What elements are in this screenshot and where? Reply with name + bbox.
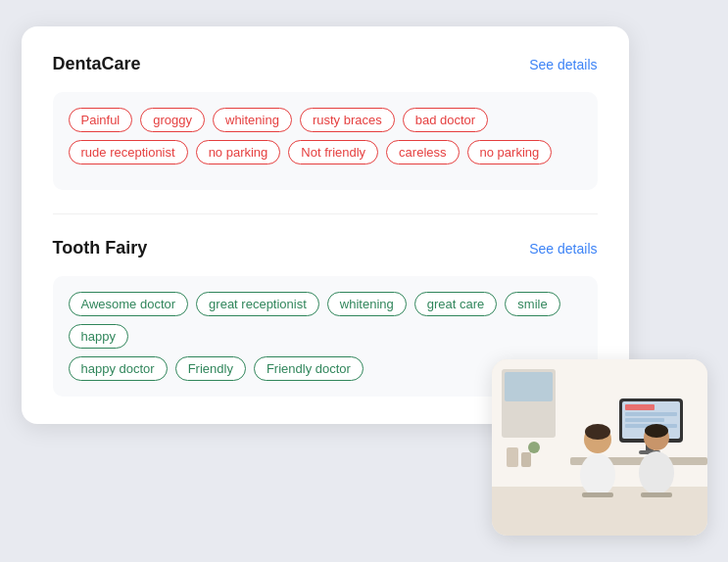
svg-rect-7 [625,404,655,410]
svg-point-14 [580,453,615,496]
see-details-toothfairy[interactable]: See details [529,241,597,257]
tag-dentacare-1-3: careless [386,140,459,164]
tag-dentacare-0-4: bad doctor [403,108,488,132]
tag-dentacare-1-2: Not friendly [288,140,378,164]
svg-rect-22 [507,447,518,467]
tag-dentacare-0-1: groggy [140,108,205,132]
section-header-dentacare: DentaCareSee details [53,54,598,74]
tag-toothfairy-0-3: great care [414,292,498,316]
tag-dentacare-1-0: rude receptionist [69,140,188,164]
tags-row-dentacare-1: rude receptionistno parkingNot friendlyc… [69,140,582,164]
svg-rect-20 [582,492,613,497]
see-details-dentacare[interactable]: See details [529,57,597,72]
tag-toothfairy-1-1: Friendly [175,356,246,381]
tag-dentacare-0-0: Painful [69,108,133,132]
tag-toothfairy-0-5: happy [69,324,128,349]
svg-point-16 [585,424,610,440]
tag-toothfairy-0-1: great receptionist [196,292,319,316]
svg-rect-21 [641,492,672,497]
main-container: DentaCareSee detailsPainfulgroggywhiteni… [22,26,707,536]
office-photo [492,359,707,536]
tag-toothfairy-0-4: smile [505,292,559,316]
tag-toothfairy-0-0: Awesome doctor [69,292,189,316]
svg-point-19 [645,424,668,438]
section-header-toothfairy: Tooth FairySee details [53,238,598,258]
tags-row-dentacare-0: Painfulgroggywhiteningrusty bracesbad do… [69,108,582,132]
tag-toothfairy-0-2: whitening [327,292,407,316]
svg-rect-8 [625,412,677,416]
section-title-dentacare: DentaCare [53,54,141,74]
svg-rect-4 [505,372,553,401]
tag-dentacare-1-1: no parking [196,140,281,164]
section-title-toothfairy: Tooth Fairy [53,238,148,258]
tag-dentacare-1-4: no parking [467,140,553,164]
tag-dentacare-0-3: rusty braces [300,108,395,132]
office-illustration [492,359,707,536]
svg-rect-23 [521,452,531,467]
tags-row-toothfairy-0: Awesome doctorgreat receptionistwhitenin… [69,292,582,349]
tag-toothfairy-1-2: Friendly doctor [254,356,364,381]
svg-rect-9 [625,418,664,422]
tag-toothfairy-1-0: happy doctor [69,356,168,381]
section-dentacare: DentaCareSee detailsPainfulgroggywhiteni… [53,54,598,190]
svg-point-17 [639,451,674,494]
svg-point-24 [528,442,540,453]
tags-area-dentacare: Painfulgroggywhiteningrusty bracesbad do… [53,92,598,190]
tag-dentacare-0-2: whitening [213,108,292,132]
